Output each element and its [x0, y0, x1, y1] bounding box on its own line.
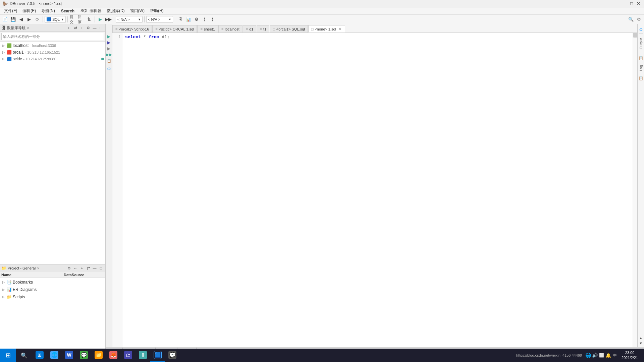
toolbar-db-icon1[interactable]: 🗄 — [177, 16, 184, 23]
tab-close-7[interactable]: ✕ — [337, 27, 342, 32]
toolbar-nav-back[interactable]: ◀ — [17, 16, 25, 23]
toolbar-rollback[interactable]: 回滚 — [77, 16, 85, 23]
toolbar-nav-fwd[interactable]: ▶ — [25, 16, 33, 23]
tab-sheet1[interactable]: ≡ sheet1 — [197, 25, 218, 33]
toolbar-save[interactable]: 💾 — [9, 16, 17, 23]
taskbar-app-transfer[interactable]: ⬆ — [136, 349, 150, 362]
menu-bar: 文件(F) 编辑(E) 导航(N) Search SQL 编辑器 数据库(D) … — [0, 7, 644, 15]
taskbar-app-chrome[interactable]: 🌐 — [47, 349, 62, 362]
toolbar-submit[interactable]: 提交 — [69, 16, 77, 23]
run-explain-button[interactable]: ▶ — [106, 46, 112, 52]
copy-button[interactable]: 📋 — [106, 58, 112, 64]
toolbar-run-script[interactable]: ▶▶ — [105, 16, 112, 23]
project-btn-add[interactable]: + — [79, 265, 85, 271]
taskbar-app-wechat[interactable]: 💬 — [76, 349, 91, 362]
gutter-settings[interactable]: ⚙ — [107, 66, 111, 71]
db-nav-btn-minimize[interactable]: — — [92, 25, 98, 31]
taskbar-app-windows[interactable]: ⊞ — [32, 349, 47, 362]
taskbar-app-word[interactable]: W — [62, 349, 76, 362]
toolbar-new-script[interactable]: 📄 — [1, 16, 9, 23]
project-btn-maximize[interactable]: □ — [98, 265, 104, 271]
taskbar-app-chat[interactable]: 💬 — [165, 349, 180, 362]
taskbar-icon-windows: ⊞ — [36, 351, 44, 359]
taskbar-search-button[interactable]: 🔍 — [16, 349, 32, 362]
toolbar-na1-dropdown[interactable]: < N/A > ▼ — [116, 16, 143, 23]
scroll-down-icon[interactable]: ▼ — [638, 341, 644, 346]
sys-icon-notify[interactable]: 🔔 — [605, 349, 611, 362]
tab-orcal1-script16[interactable]: ≡ <orcal1> Script-16 — [112, 25, 152, 33]
tab-t1[interactable]: ≡ t1 — [257, 25, 269, 33]
taskbar-app-pycharm[interactable]: 🟦 — [150, 349, 165, 362]
toolbar-search-icon[interactable]: 🔍 — [627, 16, 635, 23]
sys-icon-battery[interactable]: ⬜ — [598, 349, 605, 362]
taskbar-app-firefox[interactable]: 🦊 — [106, 349, 121, 362]
db-tree-item-scidc[interactable]: ▷ 🟦 scidc - 10.214.69.25:8680 — [0, 56, 105, 62]
output-tab[interactable]: Output — [638, 35, 644, 52]
toolbar-db-icon2[interactable]: 📊 — [185, 16, 192, 23]
minimize-button[interactable]: — — [622, 1, 628, 7]
toolbar-filters[interactable]: ⚙ — [193, 16, 200, 23]
toolbar-sql-dropdown[interactable]: 🟦 SQL ▼ — [45, 16, 66, 23]
menu-search[interactable]: Search — [58, 8, 78, 14]
tab-label-0: <orcal1> Script-16 — [119, 27, 149, 31]
tab-icon-2: ≡ — [200, 27, 202, 31]
toolbar-run[interactable]: ▶ — [97, 16, 104, 23]
toolbar-na2-dropdown[interactable]: < N/A > ▼ — [146, 16, 173, 23]
taskbar-icon-pycharm: 🟦 — [154, 351, 162, 359]
db-nav-btn-filter[interactable]: ⚙ — [85, 25, 91, 31]
toolbar-format[interactable]: ⇅ — [86, 16, 93, 23]
output-settings-icon[interactable]: ⚙ — [638, 27, 644, 32]
menu-database[interactable]: 数据库(D) — [104, 7, 127, 14]
clock-time: 23:00 — [622, 350, 638, 355]
project-btn-back[interactable]: ← — [72, 265, 78, 271]
scroll-up-icon[interactable]: ▲ — [638, 335, 644, 341]
run-line-button[interactable]: ▶ — [106, 34, 112, 40]
toolbar-refresh[interactable]: ⟳ — [34, 16, 41, 23]
tab-scidc-orcal[interactable]: ≡ <scidc> ORCAL 1.sql — [152, 25, 197, 33]
proj-name-erdiagrams: ER Diagrams — [13, 287, 37, 292]
log-tab[interactable]: Log — [638, 62, 644, 74]
toolbar-settings-icon[interactable]: ⚙ — [635, 16, 643, 23]
taskbar-app-explorer[interactable]: 📁 — [91, 349, 106, 362]
tab-localhost[interactable]: ≡ localhost — [218, 25, 243, 33]
tab-none-1sql[interactable]: □ <none> 1.sql ✕ — [308, 25, 345, 33]
menu-file[interactable]: 文件(F) — [1, 7, 20, 14]
menu-edit[interactable]: 编辑(E) — [20, 7, 39, 14]
taskbar-clock[interactable]: 23:00 2021/2/21 — [618, 350, 641, 361]
tab-orcal1-sql[interactable]: □ <orcal1> SQL.sql — [270, 25, 308, 33]
project-btn-link[interactable]: ⇄ — [85, 265, 91, 271]
menu-sql-editor[interactable]: SQL 编辑器 — [78, 7, 104, 14]
sys-icon-input[interactable]: 中 — [611, 349, 618, 362]
project-item-scripts[interactable]: ▷ 📁 Scripts — [0, 293, 105, 301]
project-item-erdiagrams[interactable]: ▷ 📊 ER Diagrams — [0, 286, 105, 293]
run-all-button[interactable]: ▶▶ — [106, 52, 112, 58]
menu-nav[interactable]: 导航(N) — [39, 7, 58, 14]
sys-icon-network[interactable]: 🌐 — [585, 349, 591, 362]
sys-icon-speaker[interactable]: 🔊 — [591, 349, 598, 362]
maximize-button[interactable]: □ — [629, 1, 635, 7]
taskbar-start-button[interactable]: ⊞ — [0, 349, 16, 362]
db-nav-btn-link[interactable]: ⇄ — [72, 25, 78, 31]
taskbar-icon-chrome: 🌐 — [50, 351, 58, 359]
db-nav-btn-add[interactable]: + — [79, 25, 85, 31]
menu-help[interactable]: 帮助(H) — [147, 7, 166, 14]
log-icon-bottom[interactable]: 📋 — [638, 75, 644, 81]
project-btn-settings[interactable]: ⚙ — [66, 265, 72, 271]
right-scrollbar[interactable] — [633, 33, 637, 347]
run-selection-button[interactable]: ▶ — [106, 40, 112, 46]
db-nav-btn-maximize[interactable]: □ — [98, 25, 104, 31]
db-tree-item-orcal1[interactable]: ▷ 🟥 orcal1 - 10.213.12.165:1521 — [0, 49, 105, 56]
db-nav-btn-collapse[interactable]: ⇤ — [66, 25, 72, 31]
tab-d1[interactable]: ≡ d1 — [243, 25, 257, 33]
menu-window[interactable]: 窗口(W) — [127, 7, 147, 14]
taskbar-app-files[interactable]: 🗂 — [121, 349, 136, 362]
project-item-bookmarks[interactable]: ▷ 📑 Bookmarks — [0, 279, 105, 286]
output-icon-bottom[interactable]: 📋 — [638, 55, 644, 61]
project-btn-minimize[interactable]: — — [92, 265, 98, 271]
db-tree-item-localhost[interactable]: ▷ 🟩 localhost - localhost:3306 — [0, 42, 105, 49]
db-search-input[interactable] — [1, 33, 104, 40]
toolbar-next[interactable]: ⟩ — [209, 16, 216, 23]
toolbar-prev[interactable]: ⟨ — [201, 16, 208, 23]
code-area[interactable]: select * from d1; — [122, 33, 633, 347]
close-button[interactable]: ✕ — [635, 1, 641, 7]
